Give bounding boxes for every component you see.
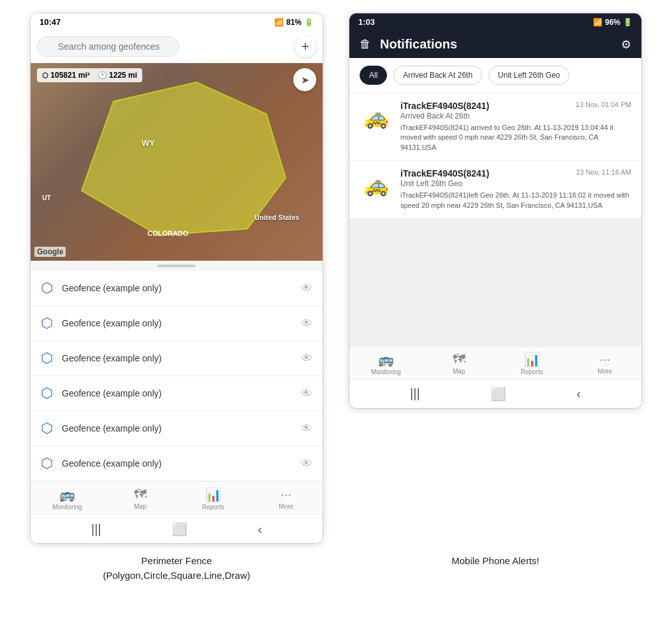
reports-icon: 📊 bbox=[205, 487, 221, 502]
nav-map-label: Map bbox=[134, 503, 146, 510]
geofence-list: ⬡ Geofence (example only) 👁 ⬡ Geofence (… bbox=[31, 271, 323, 481]
left-android-nav: ||| ⬜ ‹ bbox=[31, 514, 323, 543]
car-icon-2: 🚕 bbox=[360, 168, 393, 201]
right-caption: Mobile Phone Alerts! bbox=[349, 554, 642, 583]
right-caption-text: Mobile Phone Alerts! bbox=[451, 555, 539, 566]
geofence-icon-1: ⬡ bbox=[41, 280, 53, 296]
left-status-bar: 10:47 📶 81% 🔋 bbox=[31, 13, 323, 31]
right-nav-monitoring[interactable]: 🚌 Monitoring bbox=[349, 352, 423, 375]
right-nav-monitoring-label: Monitoring bbox=[371, 368, 401, 375]
geofence-item-1[interactable]: ⬡ Geofence (example only) 👁 bbox=[31, 271, 323, 306]
geo-hide-4[interactable]: 👁 bbox=[301, 387, 312, 400]
map-label-ut: UT bbox=[42, 194, 50, 201]
geo-hide-3[interactable]: 👁 bbox=[301, 352, 312, 365]
left-status-time: 10:47 bbox=[40, 17, 61, 27]
notif-body-1: iTrackEF4940S(8241) arrived to Geo 26th.… bbox=[400, 123, 631, 152]
screenshots-row: 10:47 📶 81% 🔋 🔍 + bbox=[13, 13, 659, 544]
geofence-item-6[interactable]: ⬡ Geofence (example only) 👁 bbox=[31, 446, 323, 481]
nav-more-label: More bbox=[279, 503, 293, 510]
right-phone: 1:03 📶 96% 🔋 🗑 Notifications ⚙ All Arriv… bbox=[349, 13, 642, 409]
map-label-wy: WY bbox=[142, 138, 155, 148]
geofence-label-3: Geofence (example only) bbox=[62, 353, 292, 363]
map-icon: 🗺 bbox=[134, 487, 147, 502]
filter-tab-left[interactable]: Unit Left 26th Geo bbox=[488, 66, 569, 85]
geofence-item-2[interactable]: ⬡ Geofence (example only) 👁 bbox=[31, 306, 323, 341]
nav-map[interactable]: 🗺 Map bbox=[104, 487, 177, 511]
google-logo: Google bbox=[34, 247, 66, 257]
geofence-item-3[interactable]: ⬡ Geofence (example only) 👁 bbox=[31, 341, 323, 376]
right-nav-map[interactable]: 🗺 Map bbox=[423, 352, 496, 375]
right-wifi-icon: 📶 bbox=[593, 18, 603, 27]
car-emoji-2: 🚕 bbox=[363, 173, 389, 197]
right-nav-reports[interactable]: 📊 Reports bbox=[495, 352, 569, 375]
geofence-item-4[interactable]: ⬡ Geofence (example only) 👁 bbox=[31, 376, 323, 411]
map-label-us: United States bbox=[254, 214, 299, 221]
filter-tabs: All Arrived Back At 26th Unit Left 26th … bbox=[349, 58, 641, 93]
delete-icon[interactable]: 🗑 bbox=[360, 38, 371, 51]
right-nav-more[interactable]: ··· More bbox=[569, 352, 642, 375]
filter-tab-all[interactable]: All bbox=[360, 66, 387, 85]
right-nav-reports-label: Reports bbox=[521, 368, 543, 375]
nav-more[interactable]: ··· More bbox=[250, 487, 323, 511]
geofence-label-5: Geofence (example only) bbox=[62, 423, 292, 433]
notif-item-1[interactable]: 🚕 iTrackEF4940S(8241) 13 Nov, 01:04 PM A… bbox=[349, 93, 641, 161]
right-status-time: 1:03 bbox=[358, 17, 375, 27]
notif-item-2[interactable]: 🚕 iTrackEF4940S(8241) 13 Nov, 11:16 AM U… bbox=[349, 161, 641, 219]
geofence-label-2: Geofence (example only) bbox=[62, 318, 292, 328]
notif-header: 🗑 Notifications ⚙ bbox=[349, 31, 641, 58]
map-terrain: ⬡ 105821 mi² 🕐 1225 mi WY United States … bbox=[31, 63, 323, 261]
geo-hide-5[interactable]: 👁 bbox=[301, 422, 312, 435]
scroll-pill bbox=[157, 265, 196, 267]
right-status-bar: 1:03 📶 96% 🔋 bbox=[349, 13, 641, 31]
wifi-icon: 📶 bbox=[274, 18, 284, 27]
nav-reports[interactable]: 📊 Reports bbox=[177, 487, 250, 511]
geofence-item-5[interactable]: ⬡ Geofence (example only) 👁 bbox=[31, 411, 323, 446]
geofence-icon-4: ⬡ bbox=[41, 385, 53, 402]
captions-row: Perimeter Fence(Polygon,Circle,Square,Li… bbox=[13, 554, 659, 583]
nav-monitoring[interactable]: 🚌 Monitoring bbox=[31, 487, 104, 511]
right-battery-icon: 🔋 bbox=[623, 18, 632, 27]
location-button[interactable]: ➤ bbox=[293, 68, 316, 91]
nav-reports-label: Reports bbox=[202, 504, 224, 511]
monitoring-icon: 🚌 bbox=[59, 487, 75, 502]
right-more-icon: ··· bbox=[599, 352, 610, 367]
geofence-label-6: Geofence (example only) bbox=[62, 458, 292, 469]
notif-content-1: iTrackEF4940S(8241) 13 Nov, 01:04 PM Arr… bbox=[400, 101, 631, 152]
search-input[interactable] bbox=[37, 36, 179, 57]
search-bar: 🔍 + bbox=[31, 31, 323, 63]
right-android-recents-icon[interactable]: ||| bbox=[410, 386, 420, 401]
left-battery: 81% bbox=[286, 18, 302, 27]
right-android-nav: ||| ⬜ ‹ bbox=[349, 379, 641, 408]
right-android-back-icon[interactable]: ‹ bbox=[576, 386, 581, 401]
map-label-co: COLORADO bbox=[147, 229, 188, 237]
geofence-icon-6: ⬡ bbox=[41, 455, 53, 472]
geo-hide-6[interactable]: 👁 bbox=[301, 457, 312, 470]
geofence-icon-2: ⬡ bbox=[41, 315, 53, 331]
map-stat-dist: 🕐 1225 mi bbox=[98, 71, 137, 80]
android-recents-icon[interactable]: ||| bbox=[91, 522, 101, 537]
android-home-icon[interactable]: ⬜ bbox=[172, 521, 187, 537]
android-back-icon[interactable]: ‹ bbox=[258, 522, 262, 537]
left-caption: Perimeter Fence(Polygon,Circle,Square,Li… bbox=[30, 554, 323, 583]
notif-subtitle-1: Arrived Back At 26th bbox=[400, 112, 631, 120]
geofence-label-4: Geofence (example only) bbox=[62, 388, 292, 398]
car-icon-1: 🚕 bbox=[360, 101, 393, 134]
settings-icon[interactable]: ⚙ bbox=[621, 38, 631, 52]
more-icon: ··· bbox=[281, 487, 291, 502]
geo-hide-2[interactable]: 👁 bbox=[301, 317, 312, 330]
geo-hide-1[interactable]: 👁 bbox=[301, 282, 312, 295]
notif-empty-area bbox=[349, 219, 641, 346]
notif-body-2: iTrackEF4940S(8241)left Geo 26th. At 11-… bbox=[400, 191, 631, 210]
svg-marker-0 bbox=[82, 82, 286, 235]
right-monitoring-icon: 🚌 bbox=[378, 352, 394, 367]
filter-tab-arrived[interactable]: Arrived Back At 26th bbox=[393, 66, 482, 85]
left-caption-text: Perimeter Fence(Polygon,Circle,Square,Li… bbox=[103, 555, 251, 581]
left-status-right: 📶 81% 🔋 bbox=[274, 18, 314, 27]
add-button[interactable]: + bbox=[295, 36, 316, 57]
map-stats: ⬡ 105821 mi² 🕐 1225 mi bbox=[37, 68, 142, 82]
notif-top-row-1: iTrackEF4940S(8241) 13 Nov, 01:04 PM bbox=[400, 101, 631, 111]
car-emoji-1: 🚕 bbox=[363, 105, 389, 129]
map-area: ⬡ 105821 mi² 🕐 1225 mi WY United States … bbox=[31, 63, 323, 261]
left-bottom-nav: 🚌 Monitoring 🗺 Map 📊 Reports ··· More bbox=[31, 481, 323, 514]
right-android-home-icon[interactable]: ⬜ bbox=[490, 386, 506, 402]
